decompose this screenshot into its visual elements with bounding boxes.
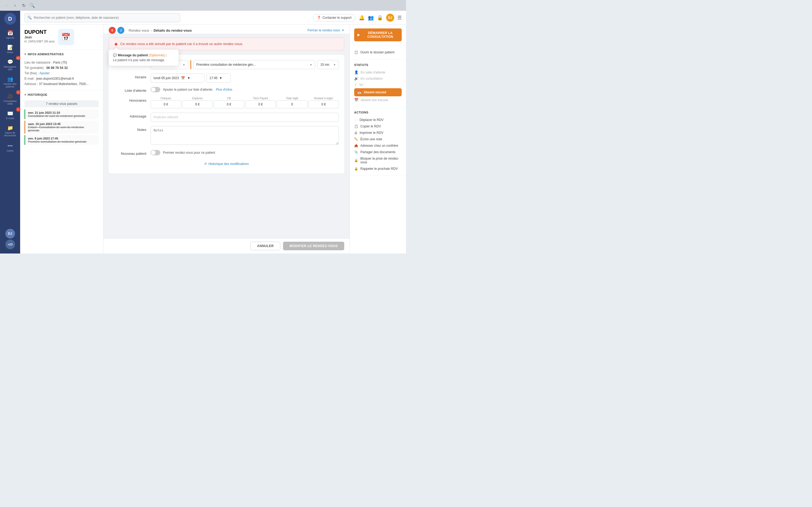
- historique-modifications-link[interactable]: ↺ Historique des modifications: [114, 160, 339, 168]
- tab-icon-red[interactable]: 0: [109, 27, 116, 34]
- open-dossier-link[interactable]: 📋 Ouvrir le dossier patient: [354, 49, 402, 56]
- notes-textarea[interactable]: [151, 126, 339, 145]
- hon-input-4[interactable]: 0: [277, 100, 307, 108]
- sidebar-item-import[interactable]: 📁 Import de documents: [1, 123, 19, 139]
- imprimer-rdv-link[interactable]: 🖨 Imprimer le RDV: [354, 129, 402, 136]
- sidebar: D 📅 Agenda 📝 Notes 💬 107 Messagerie Sill…: [0, 11, 20, 253]
- nouveau-patient-label: Nouveau patient: [114, 150, 146, 156]
- adressage-input[interactable]: Praticien référent: [151, 113, 339, 122]
- start-consultation-button[interactable]: ▶ DÉMARRER LA CONSULTATION: [354, 29, 402, 41]
- hon-input-5[interactable]: 0 €: [309, 100, 339, 108]
- motif-type-chevron: ▼: [310, 63, 312, 66]
- liste-attente-label: Liste d'attente: [114, 87, 146, 93]
- ecrire-note-link[interactable]: ✏️ Écrire une note: [354, 136, 402, 143]
- form-footer: ANNULER MODIFIER LE RENDEZ-VOUS: [103, 238, 350, 253]
- annuler-button[interactable]: ANNULER: [250, 242, 280, 250]
- bloquer-prise-link[interactable]: 🔒 Bloquer la prise de rendez-vous: [354, 155, 402, 166]
- sidebar-item-messagerie[interactable]: 💬 107 Messagerie Sillo: [1, 57, 19, 73]
- history-item-0[interactable]: mer. 21 juin 2023 11:10 Consultation de …: [24, 109, 99, 119]
- status-en-consultation[interactable]: 🔊 En consultation: [354, 75, 402, 81]
- app-logo: D: [4, 13, 16, 25]
- refresh-button[interactable]: ↻: [20, 2, 27, 9]
- motif-type-select[interactable]: Première consultation de médecine gén...…: [193, 60, 315, 69]
- horaire-time-field[interactable]: 17:45 ▼: [206, 73, 231, 82]
- notifications-icon[interactable]: 🔔: [359, 15, 365, 21]
- extra-users-avatar[interactable]: +23: [5, 239, 15, 249]
- sidebar-item-notes[interactable]: 📝 Notes: [1, 42, 19, 56]
- deplacer-rdv-link[interactable]: → Déplacer le RDV: [354, 117, 402, 123]
- status-salle-attente[interactable]: 👤 En salle d'attente: [354, 69, 402, 75]
- lock-icon[interactable]: 🔒: [377, 15, 383, 21]
- nouveau-patient-toggle[interactable]: [151, 150, 160, 155]
- close-appointment-button[interactable]: Fermer le rendez-vous ✕: [307, 29, 344, 32]
- history-desc-2: Première consultation de médecine généra…: [28, 140, 96, 143]
- history-date-2: ven. 9 juin 2023 17:45: [28, 137, 96, 140]
- tooltip-title: 💬 Message du patient (Optionnel) :: [113, 53, 174, 57]
- search-button[interactable]: 🔍: [29, 2, 36, 9]
- admin-section-header[interactable]: ▾ INFOS ADMINISTRATIVES: [20, 49, 103, 59]
- search-input[interactable]: [34, 16, 177, 19]
- header-avatar[interactable]: DJ: [386, 14, 394, 22]
- consultation-icon: 🎥: [7, 93, 13, 99]
- sidebar-label-gestion: Gestion des patients: [2, 82, 18, 88]
- breadcrumb-current: Détails du rendez-vous: [154, 29, 192, 33]
- status-vu[interactable]: ✓ Vu: [354, 81, 402, 88]
- partager-docs-link[interactable]: 📎 Partager des documents: [354, 149, 402, 155]
- messagerie-badge: 107: [16, 56, 20, 60]
- historique-section-header[interactable]: ▾ HISTORIQUE: [20, 90, 103, 99]
- note-icon: ✏️: [354, 137, 358, 141]
- admin-toggle-icon: ▾: [24, 52, 26, 56]
- statuts-title: STATUTS: [354, 63, 402, 66]
- form-area: Motif Adultes - C... ▼ Première consulta…: [103, 50, 350, 178]
- hon-header-1: Espèces: [182, 97, 213, 100]
- absent-non-excuse-item[interactable]: 📅 Absent non excusé: [354, 97, 402, 103]
- messagerie-icon: 💬: [7, 59, 13, 65]
- modifier-button[interactable]: MODIFIER LE RENDEZ-VOUS: [283, 242, 344, 250]
- horaire-date-field[interactable]: lundi 05 juin 2023 📅 ▼: [151, 73, 204, 82]
- sidebar-label-consultation: Consultation vidéo: [2, 100, 18, 105]
- hon-input-0[interactable]: 0 €: [151, 100, 181, 108]
- rappeler-prochain-link[interactable]: 🔒 Rappeler le prochain RDV: [354, 166, 402, 172]
- liste-attente-toggle[interactable]: [151, 87, 160, 92]
- sidebar-item-consultation[interactable]: 🎥 1 Consultation vidéo: [1, 91, 19, 107]
- forward-button[interactable]: ›: [12, 2, 18, 9]
- hon-input-3[interactable]: 0 €: [245, 100, 276, 108]
- appt-tab-icons: 0 J: [109, 27, 124, 34]
- start-consultation-section: ▶ DÉMARRER LA CONSULTATION: [350, 25, 406, 45]
- hon-input-1[interactable]: 0 €: [182, 100, 213, 108]
- tooltip-optional: (Optionnel): [149, 53, 165, 57]
- liste-attente-link[interactable]: Plus d'infos: [216, 88, 232, 92]
- sidebar-item-autres[interactable]: ••• Autres: [1, 141, 19, 154]
- bloquer-label: Bloquer la prise de rendez-vous: [360, 157, 402, 164]
- search-box[interactable]: 🔍: [24, 13, 180, 22]
- copier-rdv-link[interactable]: 📋 Copier le RDV: [354, 123, 402, 129]
- history-item-1[interactable]: sam. 10 juin 2023 13:45 Enfant - Consult…: [24, 121, 99, 133]
- motif-duration-select[interactable]: 15 mn ▼: [317, 60, 339, 69]
- sidebar-item-emails[interactable]: ✉️ 1 E-mails: [1, 108, 19, 122]
- sidebar-label-agenda: Agenda: [6, 37, 14, 39]
- hon-input-2[interactable]: 0 €: [214, 100, 244, 108]
- open-dossier-section: 📋 Ouvrir le dossier patient: [350, 45, 406, 60]
- hon-header-5: Restant à régler: [309, 97, 339, 100]
- imprimer-icon: 🖨: [354, 131, 357, 135]
- absent-non-excuse-label: Absent non excusé: [361, 98, 388, 102]
- tab-icon-blue[interactable]: J: [117, 27, 124, 34]
- admin-section-title: INFOS ADMINISTRATIVES: [28, 53, 64, 56]
- sidebar-item-agenda[interactable]: 📅 Agenda: [1, 28, 19, 41]
- back-button[interactable]: ‹: [3, 2, 10, 9]
- sidebar-item-gestion[interactable]: 👥 Gestion des patients: [1, 74, 19, 90]
- user-avatar[interactable]: DJ: [5, 229, 15, 238]
- emails-badge: 1: [16, 107, 20, 112]
- address-value: 37 boulevard Malesherbes, 7500...: [39, 82, 89, 86]
- adresser-confrere-link[interactable]: 📤 Adresser chez un confrère: [354, 143, 402, 149]
- history-item-2[interactable]: ven. 9 juin 2023 17:45 Première consulta…: [24, 135, 99, 145]
- sidebar-label-emails: E-mails: [6, 117, 14, 120]
- tooltip-message: Le patient n'a pas saisi de message.: [113, 58, 174, 62]
- absent-excused-button[interactable]: 📅 Absent excusé: [354, 88, 402, 96]
- tel-fixe-add-link[interactable]: Ajouter: [40, 71, 50, 75]
- support-button[interactable]: ❓ Contacter le support: [313, 14, 356, 21]
- right-panel: ▶ DÉMARRER LA CONSULTATION 📋 Ouvrir le d…: [350, 25, 406, 253]
- menu-icon[interactable]: ☰: [397, 15, 402, 21]
- users-icon[interactable]: 👥: [368, 15, 374, 21]
- support-label: Contacter le support: [322, 16, 352, 19]
